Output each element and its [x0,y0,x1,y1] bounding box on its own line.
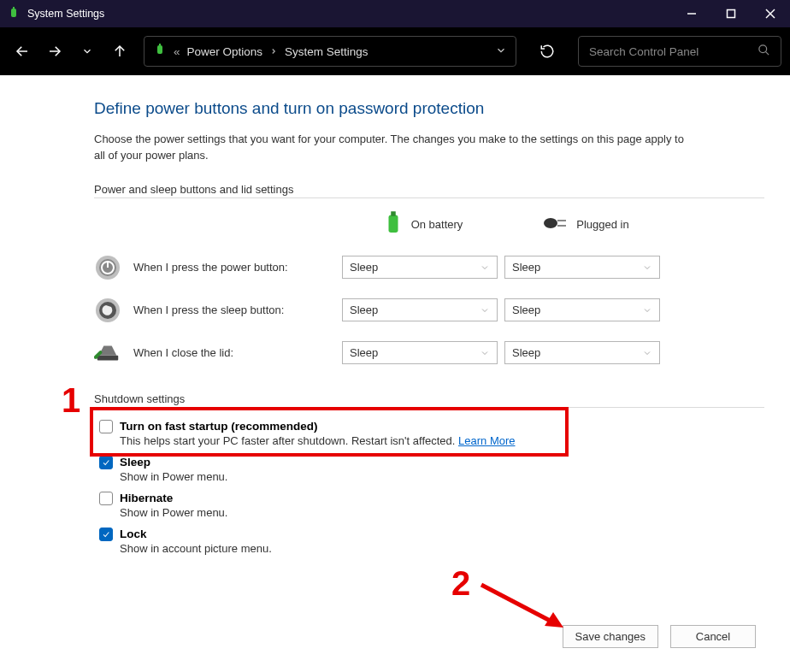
lock-desc: Show in account picture menu. [120,542,764,555]
sleep-battery-dropdown[interactable]: Sleep [342,298,498,321]
lock-title: Lock [120,528,147,540]
nav-back-button[interactable] [9,34,36,68]
window-controls [672,0,790,27]
breadcrumb-sep-icon [269,45,278,58]
toolbar: « Power Options System Settings Search C… [0,27,790,75]
annotation-number-1: 1 [62,381,80,420]
lid-plugged-dropdown[interactable]: Sleep [504,341,660,364]
sleep-title: Sleep [120,456,150,469]
sleep-plugged-dropdown[interactable]: Sleep [504,298,660,321]
app-icon [7,7,21,21]
row-power-button: When I press the power button: [94,254,342,281]
svg-rect-9 [157,45,162,54]
titlebar: System Settings [0,0,790,27]
svg-rect-0 [11,9,16,17]
row-sleep-button: When I press the sleep button: [94,297,342,324]
section-power-buttons-label: Power and sleep buttons and lid settings [94,183,764,198]
nav-up-button[interactable] [106,34,133,68]
power-table: On battery Plugged in When I press the p… [94,210,764,367]
column-plugged-in: Plugged in [504,215,667,234]
footer-buttons: Save changes Cancel [563,625,756,648]
svg-rect-1 [13,7,15,9]
hibernate-desc: Show in Power menu. [120,506,764,519]
sleep-desc: Show in Power menu. [120,470,764,483]
breadcrumb-root: « [174,45,180,58]
svg-rect-13 [388,215,398,233]
hibernate-checkbox[interactable] [99,492,113,505]
address-bar[interactable]: « Power Options System Settings [144,36,516,67]
address-dropdown-icon[interactable] [495,44,507,59]
close-button[interactable] [751,0,790,27]
search-input[interactable]: Search Control Panel [578,36,781,67]
page-description: Choose the power settings that you want … [94,132,693,164]
section-shutdown-label: Shutdown settings [94,392,764,408]
laptop-icon [94,339,121,367]
row-lid-close: When I close the lid: [94,339,342,367]
titlebar-left: System Settings [7,7,104,21]
battery-col-icon [384,210,403,239]
save-button[interactable]: Save changes [563,625,658,648]
page-title: Define power buttons and turn on passwor… [94,99,764,118]
sleep-checkbox[interactable] [99,456,113,469]
breadcrumb-power-options[interactable]: Power Options [187,45,263,58]
battery-icon [153,44,167,60]
nav-forward-button[interactable] [41,34,68,68]
power-icon [94,254,121,281]
lid-battery-dropdown[interactable]: Sleep [342,341,498,364]
svg-point-11 [759,45,767,53]
plug-col-icon [542,215,568,234]
power-plugged-dropdown[interactable]: Sleep [504,256,660,279]
svg-line-12 [765,51,769,55]
lock-checkbox[interactable] [99,528,113,541]
svg-rect-10 [159,44,161,46]
sleep-icon [94,297,121,324]
sleep-row: Sleep Show in Power menu. [94,456,764,483]
svg-rect-3 [728,10,735,18]
svg-rect-24 [97,356,118,361]
maximize-button[interactable] [711,0,751,27]
content: Define power buttons and turn on passwor… [0,75,790,672]
window-title: System Settings [27,8,104,20]
hibernate-row: Hibernate Show in Power menu. [94,492,764,519]
refresh-button[interactable] [528,36,566,67]
hibernate-title: Hibernate [120,492,173,504]
column-on-battery: On battery [342,210,504,239]
svg-marker-25 [99,345,117,355]
nav-dropdown-button[interactable] [74,34,101,68]
lock-row: Lock Show in account picture menu. [94,528,764,555]
annotation-box-1 [90,407,569,457]
svg-point-15 [544,218,557,228]
search-icon [758,44,770,59]
svg-rect-14 [391,211,396,216]
window: System Settings « Power Options System S… [0,0,790,672]
minimize-button[interactable] [672,0,711,27]
search-placeholder: Search Control Panel [589,45,699,58]
cancel-button[interactable]: Cancel [670,625,756,648]
breadcrumb-system-settings[interactable]: System Settings [285,45,368,58]
annotation-number-2: 2 [451,564,470,603]
power-battery-dropdown[interactable]: Sleep [342,256,498,279]
